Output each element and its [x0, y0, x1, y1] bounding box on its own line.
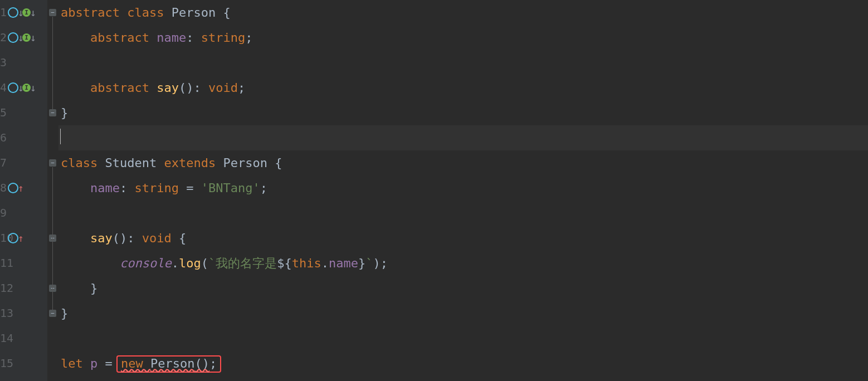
override-up-icon[interactable]: ↑ [8, 233, 23, 243]
token: name [329, 256, 358, 270]
token: abstract [90, 81, 157, 95]
override-down-icon[interactable]: ↓I↓ [8, 32, 36, 43]
token: } [61, 306, 68, 320]
token: void [208, 81, 238, 95]
token: this [292, 256, 321, 270]
code-line[interactable]: } [58, 276, 97, 301]
token: Person [172, 6, 223, 19]
code-editor[interactable]: 1↓I↓2↓I↓34↓I↓5678↑910↑1112131415 −−−−−− … [0, 0, 868, 381]
token: 'BNTang' [201, 181, 260, 195]
token: ; [260, 181, 267, 195]
token: { [275, 156, 282, 170]
token: ; [245, 31, 252, 45]
line-number[interactable]: 9 [0, 201, 7, 226]
override-down-icon[interactable]: ↓I↓ [8, 82, 36, 93]
error-highlight: new Person(); [116, 355, 221, 373]
code-line[interactable]: abstract name: string; [58, 25, 252, 50]
token: Person [150, 356, 194, 370]
token: console [120, 256, 172, 270]
token: ${ [277, 256, 292, 270]
token: p [90, 356, 97, 370]
current-line-highlight [58, 125, 868, 150]
fold-toggle-icon[interactable]: − [49, 109, 56, 116]
token: } [90, 281, 97, 295]
override-up-icon[interactable]: ↑ [8, 183, 23, 193]
line-number[interactable]: 8 [0, 175, 7, 201]
gutter-icons[interactable]: ↓I↓ [8, 25, 36, 50]
token: string [201, 31, 245, 45]
gutter-icons[interactable]: ↑ [8, 175, 23, 201]
line-number[interactable]: 1 [0, 0, 7, 25]
line-number[interactable]: 7 [0, 150, 7, 175]
token: ); [373, 256, 388, 270]
token: abstract [90, 31, 157, 45]
code-line[interactable]: abstract say(): void; [58, 75, 245, 100]
override-down-icon[interactable]: ↓I↓ [8, 7, 36, 18]
line-number[interactable]: 14 [0, 326, 7, 351]
code-line[interactable] [58, 125, 61, 150]
code-line[interactable]: console.log(`我的名字是${this.name}`); [58, 251, 388, 276]
token: void [142, 231, 172, 245]
code-line[interactable]: } [58, 100, 68, 125]
caret-icon [60, 129, 61, 144]
fold-guide [52, 167, 53, 310]
indent [61, 256, 120, 270]
token: } [358, 256, 365, 270]
token: . [172, 256, 179, 270]
token: ; [209, 356, 217, 370]
line-number[interactable]: 11 [0, 251, 7, 276]
gutter[interactable]: 1↓I↓2↓I↓34↓I↓5678↑910↑1112131415 [0, 0, 47, 381]
token: `我的名字是 [208, 256, 277, 270]
token: (): [113, 231, 142, 245]
token: : [186, 31, 201, 45]
code-area[interactable]: abstract class Person { abstract name: s… [58, 0, 868, 381]
token: (): [179, 81, 208, 95]
code-line[interactable]: name: string = 'BNTang'; [58, 175, 267, 201]
token: name [90, 181, 120, 195]
indent [61, 231, 90, 245]
gutter-icons[interactable]: ↓I↓ [8, 0, 36, 25]
code-line[interactable]: class Student extends Person { [58, 150, 282, 175]
gutter-icons[interactable]: ↓I↓ [8, 75, 36, 100]
token: say [90, 231, 113, 245]
line-number[interactable]: 2 [0, 25, 7, 50]
token: Student [105, 156, 164, 170]
line-number[interactable]: 13 [0, 301, 7, 326]
indent [61, 281, 90, 295]
line-number[interactable]: 5 [0, 100, 7, 125]
fold-guide [52, 17, 53, 109]
token: ` [365, 256, 373, 270]
token: say [157, 81, 179, 95]
token: . [321, 256, 329, 270]
token: } [61, 106, 68, 120]
fold-toggle-icon[interactable]: − [49, 310, 56, 317]
line-number[interactable]: 10 [0, 226, 7, 251]
fold-column[interactable]: −−−−−− [47, 0, 58, 381]
line-number[interactable]: 12 [0, 276, 7, 301]
code-line[interactable]: } [58, 301, 68, 326]
code-line[interactable]: let p = new Person(); [58, 351, 221, 376]
token: string [134, 181, 178, 195]
indent [61, 181, 90, 195]
token: { [223, 6, 230, 19]
token: ( [201, 256, 208, 270]
indent [61, 31, 90, 45]
line-number[interactable]: 6 [0, 125, 7, 150]
token: Person [223, 156, 275, 170]
line-number[interactable]: 15 [0, 351, 7, 376]
token: extends [164, 156, 223, 170]
line-number[interactable]: 4 [0, 75, 7, 100]
token: abstract [61, 6, 127, 19]
code-line[interactable]: say(): void { [58, 226, 186, 251]
token: new [121, 356, 150, 370]
token: class [61, 156, 105, 170]
line-number[interactable]: 3 [0, 50, 7, 75]
token: = [179, 181, 201, 195]
fold-toggle-icon[interactable]: − [49, 9, 56, 16]
fold-toggle-icon[interactable]: − [49, 159, 56, 167]
code-line[interactable]: abstract class Person { [58, 0, 231, 25]
indent [61, 81, 90, 95]
token: log [179, 256, 201, 270]
token: () [194, 356, 209, 370]
gutter-icons[interactable]: ↑ [8, 226, 23, 251]
